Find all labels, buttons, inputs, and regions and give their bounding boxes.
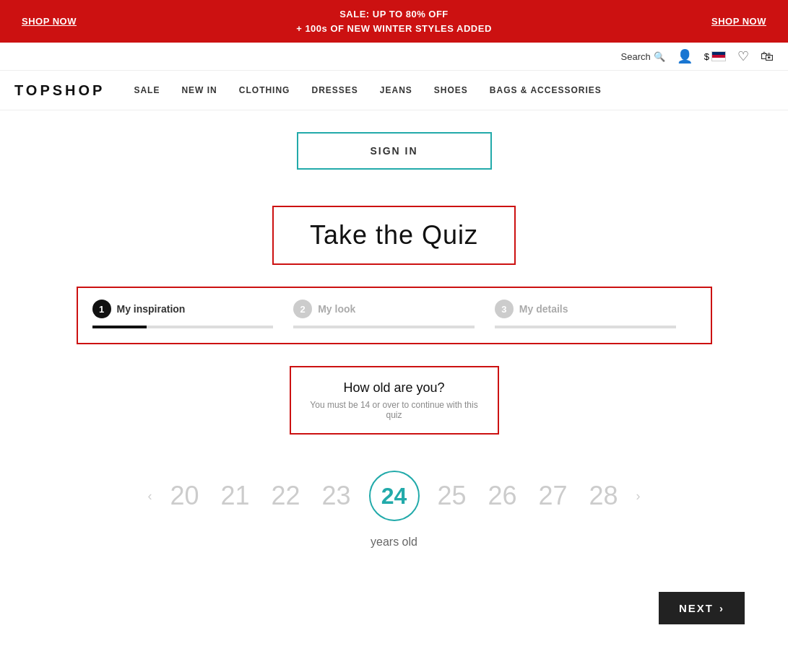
next-label: NEXT <box>679 602 714 614</box>
age-23[interactable]: 23 <box>319 481 355 511</box>
step-1: 1 My inspiration <box>92 300 294 328</box>
step-1-fill <box>92 326 147 328</box>
age-24-selected[interactable]: 24 <box>369 471 420 521</box>
step-2: 2 My look <box>293 300 495 328</box>
nav-jeans[interactable]: JEANS <box>380 85 412 95</box>
search-wrap[interactable]: Search 🔍 <box>621 51 665 62</box>
age-28[interactable]: 28 <box>586 481 622 511</box>
age-27[interactable]: 27 <box>535 481 571 511</box>
currency-selector[interactable]: $ <box>704 51 726 62</box>
cart-icon[interactable]: 🛍 <box>761 49 774 64</box>
step-1-circle: 1 <box>92 300 111 318</box>
next-arrow-icon: › <box>719 602 724 614</box>
main-nav: TOPSHOP SALE NEW IN CLOTHING DRESSES JEA… <box>0 71 788 110</box>
age-selector: ‹ 20 21 22 23 24 25 26 27 28 › <box>148 471 641 521</box>
step-2-bar-wrap <box>293 326 475 328</box>
logo[interactable]: TOPSHOP <box>14 82 105 99</box>
signin-button[interactable]: SIGN IN <box>297 132 492 170</box>
search-icon[interactable]: 🔍 <box>654 51 665 62</box>
step-1-header: 1 My inspiration <box>92 300 294 318</box>
age-26[interactable]: 26 <box>485 481 521 511</box>
age-next-btn[interactable]: › <box>636 489 641 504</box>
question-box: How old are you? You must be 14 or over … <box>290 366 499 435</box>
nav-dresses[interactable]: DRESSES <box>311 85 358 95</box>
quiz-title: Take the Quiz <box>310 220 478 250</box>
step-3-circle: 3 <box>495 300 514 318</box>
nav-items: SALE NEW IN CLOTHING DRESSES JEANS SHOES… <box>134 85 774 95</box>
banner-text: SALE: UP TO 80% OFF + 100s OF NEW WINTER… <box>296 7 492 35</box>
age-25[interactable]: 25 <box>434 481 470 511</box>
steps-wrap: 1 My inspiration 2 My look 3 My details <box>77 287 712 344</box>
step-3-label: My details <box>519 303 568 315</box>
nav-shoes[interactable]: SHOES <box>434 85 468 95</box>
nav-clothing[interactable]: CLOTHING <box>239 85 290 95</box>
nav-new-in[interactable]: NEW IN <box>181 85 217 95</box>
step-3: 3 My details <box>495 300 696 328</box>
currency-symbol: $ <box>704 51 709 62</box>
age-prev-btn[interactable]: ‹ <box>148 489 152 504</box>
account-icon[interactable]: 👤 <box>677 48 693 64</box>
question-subtitle: You must be 14 or over to continue with … <box>306 400 483 420</box>
age-20[interactable]: 20 <box>167 481 203 511</box>
shop-now-right[interactable]: SHOP NOW <box>711 16 766 27</box>
page-content: SIGN IN Take the Quiz 1 My inspiration 2… <box>0 110 788 668</box>
step-2-label: My look <box>318 303 355 315</box>
years-old-label: years old <box>371 536 417 549</box>
step-3-bar-wrap <box>495 326 676 328</box>
step-2-header: 2 My look <box>293 300 495 318</box>
search-label: Search <box>621 51 651 62</box>
nav-bags[interactable]: BAGS & ACCESSORIES <box>490 85 602 95</box>
step-3-header: 3 My details <box>495 300 696 318</box>
next-button[interactable]: NEXT › <box>659 592 745 624</box>
shop-now-left[interactable]: SHOP NOW <box>22 16 77 27</box>
age-21[interactable]: 21 <box>217 481 254 511</box>
wishlist-icon[interactable]: ♡ <box>737 48 749 64</box>
step-2-circle: 2 <box>293 300 312 318</box>
step-1-label: My inspiration <box>117 303 186 315</box>
nav-sale[interactable]: SALE <box>134 85 160 95</box>
top-banner: SHOP NOW SALE: UP TO 80% OFF + 100s OF N… <box>0 0 788 43</box>
question-title: How old are you? <box>306 380 483 396</box>
quiz-title-wrap: Take the Quiz <box>272 206 516 265</box>
age-22[interactable]: 22 <box>268 481 304 511</box>
step-1-bar-wrap <box>92 326 274 328</box>
utility-bar: Search 🔍 👤 $ ♡ 🛍 <box>0 43 788 71</box>
flag-icon <box>711 51 726 61</box>
next-btn-wrap: NEXT › <box>14 592 774 624</box>
